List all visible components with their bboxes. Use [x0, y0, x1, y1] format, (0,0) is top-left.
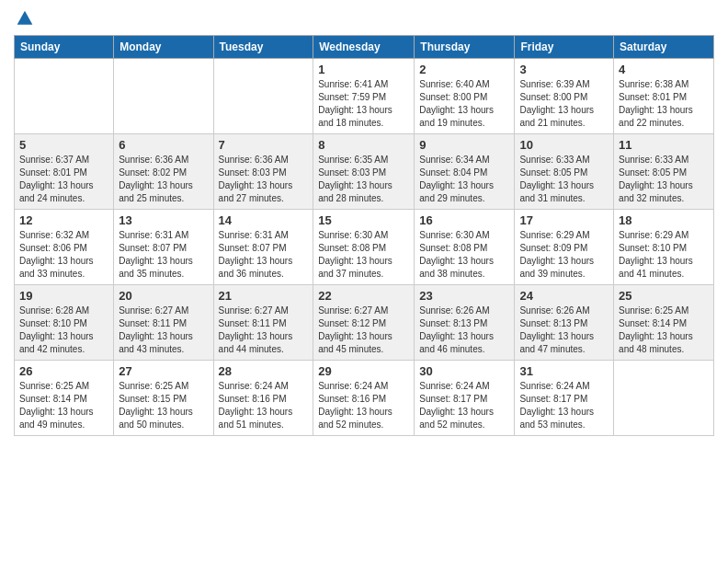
calendar-header-row: SundayMondayTuesdayWednesdayThursdayFrid…	[15, 36, 714, 59]
calendar-cell: 4Sunrise: 6:38 AM Sunset: 8:01 PM Daylig…	[614, 59, 714, 134]
day-number: 1	[318, 63, 409, 76]
header	[14, 9, 714, 28]
calendar-cell: 2Sunrise: 6:40 AM Sunset: 8:00 PM Daylig…	[415, 59, 515, 134]
day-number: 11	[619, 138, 709, 152]
calendar-week-row: 26Sunrise: 6:25 AM Sunset: 8:14 PM Dayli…	[15, 361, 714, 436]
day-number: 21	[219, 289, 309, 303]
calendar-cell: 21Sunrise: 6:27 AM Sunset: 8:11 PM Dayli…	[213, 285, 313, 361]
column-header-thursday: Thursday	[415, 36, 515, 59]
calendar-cell: 10Sunrise: 6:33 AM Sunset: 8:05 PM Dayli…	[515, 134, 614, 210]
column-header-friday: Friday	[515, 36, 614, 59]
day-number: 8	[318, 138, 409, 152]
day-info: Sunrise: 6:27 AM Sunset: 8:12 PM Dayligh…	[318, 304, 409, 356]
calendar-cell: 3Sunrise: 6:39 AM Sunset: 8:00 PM Daylig…	[515, 59, 614, 134]
column-header-wednesday: Wednesday	[313, 36, 415, 59]
calendar-cell: 29Sunrise: 6:24 AM Sunset: 8:16 PM Dayli…	[313, 361, 415, 436]
day-info: Sunrise: 6:33 AM Sunset: 8:05 PM Dayligh…	[519, 154, 609, 205]
day-info: Sunrise: 6:34 AM Sunset: 8:04 PM Dayligh…	[419, 154, 509, 205]
calendar-week-row: 1Sunrise: 6:41 AM Sunset: 7:59 PM Daylig…	[15, 59, 714, 134]
calendar-cell: 14Sunrise: 6:31 AM Sunset: 8:07 PM Dayli…	[213, 210, 313, 285]
logo	[14, 9, 34, 28]
day-info: Sunrise: 6:31 AM Sunset: 8:07 PM Dayligh…	[119, 229, 208, 281]
day-info: Sunrise: 6:27 AM Sunset: 8:11 PM Dayligh…	[219, 304, 309, 356]
day-number: 31	[519, 364, 609, 378]
day-number: 28	[219, 364, 309, 378]
calendar-week-row: 19Sunrise: 6:28 AM Sunset: 8:10 PM Dayli…	[15, 285, 714, 361]
day-info: Sunrise: 6:29 AM Sunset: 8:10 PM Dayligh…	[619, 229, 709, 281]
day-info: Sunrise: 6:24 AM Sunset: 8:16 PM Dayligh…	[318, 380, 409, 431]
day-number: 23	[419, 289, 509, 303]
day-info: Sunrise: 6:36 AM Sunset: 8:03 PM Dayligh…	[219, 154, 309, 205]
calendar-cell: 11Sunrise: 6:33 AM Sunset: 8:05 PM Dayli…	[614, 134, 714, 210]
calendar-cell: 18Sunrise: 6:29 AM Sunset: 8:10 PM Dayli…	[614, 210, 714, 285]
calendar-cell: 15Sunrise: 6:30 AM Sunset: 8:08 PM Dayli…	[313, 210, 415, 285]
column-header-tuesday: Tuesday	[213, 36, 313, 59]
calendar-cell: 26Sunrise: 6:25 AM Sunset: 8:14 PM Dayli…	[15, 361, 114, 436]
day-number: 15	[318, 213, 409, 227]
day-number: 25	[619, 289, 709, 303]
calendar-cell: 28Sunrise: 6:24 AM Sunset: 8:16 PM Dayli…	[213, 361, 313, 436]
calendar-cell: 30Sunrise: 6:24 AM Sunset: 8:17 PM Dayli…	[415, 361, 515, 436]
column-header-saturday: Saturday	[614, 36, 714, 59]
calendar-cell: 19Sunrise: 6:28 AM Sunset: 8:10 PM Dayli…	[15, 285, 114, 361]
calendar-week-row: 5Sunrise: 6:37 AM Sunset: 8:01 PM Daylig…	[15, 134, 714, 210]
day-info: Sunrise: 6:24 AM Sunset: 8:17 PM Dayligh…	[419, 380, 509, 431]
calendar-cell: 5Sunrise: 6:37 AM Sunset: 8:01 PM Daylig…	[15, 134, 114, 210]
day-number: 16	[419, 213, 509, 227]
day-number: 22	[318, 289, 409, 303]
calendar-cell: 12Sunrise: 6:32 AM Sunset: 8:06 PM Dayli…	[15, 210, 114, 285]
day-number: 20	[119, 289, 208, 303]
day-number: 17	[519, 213, 609, 227]
day-number: 30	[419, 364, 509, 378]
day-number: 27	[119, 364, 208, 378]
calendar-cell	[114, 59, 213, 134]
calendar-cell: 8Sunrise: 6:35 AM Sunset: 8:03 PM Daylig…	[313, 134, 415, 210]
day-info: Sunrise: 6:36 AM Sunset: 8:02 PM Dayligh…	[119, 154, 208, 205]
day-number: 2	[419, 63, 509, 76]
day-number: 14	[219, 213, 309, 227]
day-number: 3	[519, 63, 609, 76]
day-info: Sunrise: 6:25 AM Sunset: 8:15 PM Dayligh…	[119, 380, 208, 431]
day-info: Sunrise: 6:25 AM Sunset: 8:14 PM Dayligh…	[19, 380, 108, 431]
day-info: Sunrise: 6:33 AM Sunset: 8:05 PM Dayligh…	[619, 154, 709, 205]
svg-marker-0	[17, 11, 33, 25]
day-number: 7	[219, 138, 309, 152]
day-info: Sunrise: 6:29 AM Sunset: 8:09 PM Dayligh…	[519, 229, 609, 281]
day-number: 9	[419, 138, 509, 152]
calendar-cell: 23Sunrise: 6:26 AM Sunset: 8:13 PM Dayli…	[415, 285, 515, 361]
day-info: Sunrise: 6:35 AM Sunset: 8:03 PM Dayligh…	[318, 154, 409, 205]
day-info: Sunrise: 6:24 AM Sunset: 8:17 PM Dayligh…	[519, 380, 609, 431]
day-info: Sunrise: 6:32 AM Sunset: 8:06 PM Dayligh…	[19, 229, 108, 281]
calendar-cell: 22Sunrise: 6:27 AM Sunset: 8:12 PM Dayli…	[313, 285, 415, 361]
day-info: Sunrise: 6:25 AM Sunset: 8:14 PM Dayligh…	[619, 304, 709, 356]
calendar-cell	[15, 59, 114, 134]
day-number: 19	[19, 289, 108, 303]
calendar-cell	[614, 361, 714, 436]
day-number: 12	[19, 213, 108, 227]
day-number: 26	[19, 364, 108, 378]
day-number: 29	[318, 364, 409, 378]
day-number: 13	[119, 213, 208, 227]
day-info: Sunrise: 6:30 AM Sunset: 8:08 PM Dayligh…	[318, 229, 409, 281]
calendar-cell	[213, 59, 313, 134]
day-info: Sunrise: 6:30 AM Sunset: 8:08 PM Dayligh…	[419, 229, 509, 281]
day-info: Sunrise: 6:41 AM Sunset: 7:59 PM Dayligh…	[318, 78, 409, 130]
day-number: 24	[519, 289, 609, 303]
calendar-cell: 9Sunrise: 6:34 AM Sunset: 8:04 PM Daylig…	[415, 134, 515, 210]
calendar-cell: 27Sunrise: 6:25 AM Sunset: 8:15 PM Dayli…	[114, 361, 213, 436]
logo-icon	[16, 9, 34, 28]
day-info: Sunrise: 6:27 AM Sunset: 8:11 PM Dayligh…	[119, 304, 208, 356]
calendar-cell: 6Sunrise: 6:36 AM Sunset: 8:02 PM Daylig…	[114, 134, 213, 210]
day-number: 18	[619, 213, 709, 227]
day-number: 4	[619, 63, 709, 76]
calendar-cell: 24Sunrise: 6:26 AM Sunset: 8:13 PM Dayli…	[515, 285, 614, 361]
day-info: Sunrise: 6:24 AM Sunset: 8:16 PM Dayligh…	[219, 380, 309, 431]
day-info: Sunrise: 6:26 AM Sunset: 8:13 PM Dayligh…	[419, 304, 509, 356]
day-number: 10	[519, 138, 609, 152]
day-number: 6	[119, 138, 208, 152]
day-info: Sunrise: 6:40 AM Sunset: 8:00 PM Dayligh…	[419, 78, 509, 130]
calendar: SundayMondayTuesdayWednesdayThursdayFrid…	[14, 35, 714, 436]
calendar-cell: 20Sunrise: 6:27 AM Sunset: 8:11 PM Dayli…	[114, 285, 213, 361]
calendar-cell: 13Sunrise: 6:31 AM Sunset: 8:07 PM Dayli…	[114, 210, 213, 285]
day-info: Sunrise: 6:38 AM Sunset: 8:01 PM Dayligh…	[619, 78, 709, 130]
